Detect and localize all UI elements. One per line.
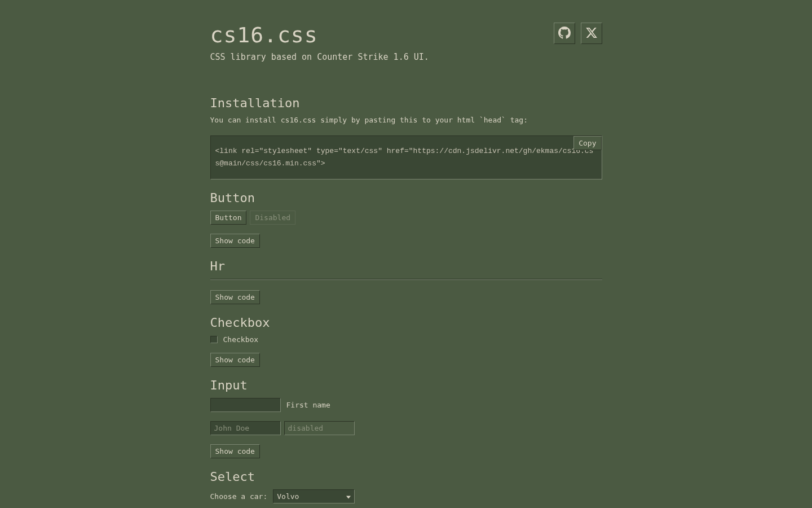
show-code-button[interactable]: Show code — [210, 234, 260, 248]
demo-hr — [210, 279, 602, 280]
installation-heading: Installation — [210, 96, 602, 110]
page-title: cs16.css — [210, 23, 318, 47]
placeholder-input[interactable] — [210, 421, 281, 435]
x-twitter-link[interactable] — [581, 23, 602, 44]
hr-heading: Hr — [210, 259, 602, 273]
select-value: Volvo — [277, 492, 299, 501]
checkbox-box — [210, 336, 218, 343]
chevron-down-icon — [346, 496, 351, 498]
first-name-label: First name — [286, 401, 330, 409]
installation-code-block: Copy <link rel="stylesheet" type="text/c… — [210, 135, 602, 179]
installation-code: <link rel="stylesheet" type="text/css" h… — [215, 145, 597, 170]
copy-button[interactable]: Copy — [573, 136, 601, 150]
show-code-button[interactable]: Show code — [210, 353, 260, 367]
demo-button[interactable]: Button — [210, 211, 247, 225]
select-label: Choose a car: — [210, 492, 268, 501]
header-icon-links — [554, 23, 602, 44]
checkbox-heading: Checkbox — [210, 316, 602, 330]
x-icon — [585, 27, 598, 41]
show-code-button[interactable]: Show code — [210, 290, 260, 304]
checkbox-label: Checkbox — [223, 335, 259, 344]
installation-text: You can install cs16.css simply by pasti… — [210, 116, 602, 124]
page-subtitle: CSS library based on Counter Strike 1.6 … — [210, 52, 602, 62]
disabled-input — [284, 421, 355, 435]
car-select[interactable]: Volvo — [273, 489, 355, 503]
demo-button-disabled: Disabled — [250, 211, 295, 225]
github-icon — [558, 27, 571, 41]
show-code-button[interactable]: Show code — [210, 444, 260, 458]
github-link[interactable] — [554, 23, 575, 44]
button-heading: Button — [210, 191, 602, 205]
input-heading: Input — [210, 378, 602, 392]
select-heading: Select — [210, 470, 602, 484]
demo-checkbox[interactable]: Checkbox — [210, 335, 259, 344]
first-name-input[interactable] — [210, 398, 281, 412]
